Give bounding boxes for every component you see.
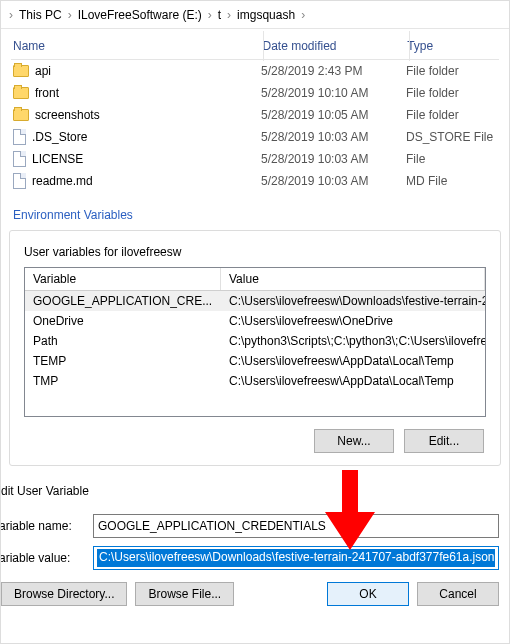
- edit-user-variable-title: dit User Variable: [0, 474, 499, 506]
- chevron-right-icon: ›: [225, 8, 233, 22]
- env-row[interactable]: TEMP C:\Users\ilovefreesw\AppData\Local\…: [25, 351, 485, 371]
- file-icon: [13, 173, 26, 189]
- env-var-cell: OneDrive: [25, 311, 221, 331]
- browse-file-button[interactable]: Browse File...: [135, 582, 234, 606]
- crumb-drive[interactable]: ILoveFreeSoftware (E:): [74, 1, 206, 28]
- file-name: .DS_Store: [32, 130, 87, 144]
- env-val-cell: C:\Users\ilovefreesw\OneDrive: [221, 311, 485, 331]
- env-var-cell: TMP: [25, 371, 221, 391]
- file-date: 5/28/2019 10:03 AM: [261, 130, 406, 144]
- file-row[interactable]: LICENSE 5/28/2019 10:03 AM File: [11, 148, 499, 170]
- edit-user-variable-panel: dit User Variable ariable name: ariable …: [0, 466, 509, 616]
- env-val-cell: C:\Users\ilovefreesw\AppData\Local\Temp: [221, 371, 485, 391]
- folder-icon: [13, 109, 29, 121]
- env-vars-title: Environment Variables: [1, 200, 509, 228]
- env-row[interactable]: OneDrive C:\Users\ilovefreesw\OneDrive: [25, 311, 485, 331]
- env-val-cell: C:\Users\ilovefreesw\Downloads\festive-t…: [221, 291, 485, 311]
- file-date: 5/28/2019 10:03 AM: [261, 174, 406, 188]
- cancel-button[interactable]: Cancel: [417, 582, 499, 606]
- folder-icon: [13, 87, 29, 99]
- file-name: LICENSE: [32, 152, 83, 166]
- env-col-value[interactable]: Value: [221, 268, 485, 290]
- env-edit-button[interactable]: Edit...: [404, 429, 484, 453]
- env-vars-table: Variable Value GOOGLE_APPLICATION_CRE...…: [24, 267, 486, 417]
- env-user-vars-label: User variables for ilovefreesw: [24, 245, 486, 267]
- env-val-cell: C:\Users\ilovefreesw\AppData\Local\Temp: [221, 351, 485, 371]
- env-row[interactable]: TMP C:\Users\ilovefreesw\AppData\Local\T…: [25, 371, 485, 391]
- file-type: File: [406, 152, 496, 166]
- env-new-button[interactable]: New...: [314, 429, 394, 453]
- file-date: 5/28/2019 10:10 AM: [261, 86, 406, 100]
- file-name: api: [35, 64, 51, 78]
- col-header-name[interactable]: Name: [13, 39, 262, 53]
- file-name: readme.md: [32, 174, 93, 188]
- file-row[interactable]: api 5/28/2019 2:43 PM File folder: [11, 60, 499, 82]
- crumb-folder-imgsquash[interactable]: imgsquash: [233, 1, 299, 28]
- file-icon: [13, 129, 26, 145]
- file-type: File folder: [406, 64, 496, 78]
- file-row[interactable]: front 5/28/2019 10:10 AM File folder: [11, 82, 499, 104]
- env-var-cell: TEMP: [25, 351, 221, 371]
- file-name: screenshots: [35, 108, 100, 122]
- file-row[interactable]: readme.md 5/28/2019 10:03 AM MD File: [11, 170, 499, 192]
- variable-value-label: ariable value:: [0, 551, 87, 565]
- file-list: Name Date modified Type api 5/28/2019 2:…: [1, 29, 509, 200]
- ok-button[interactable]: OK: [327, 582, 409, 606]
- env-row[interactable]: Path C:\python3\Scripts\;C:\python3\;C:\…: [25, 331, 485, 351]
- crumb-this-pc[interactable]: This PC: [15, 1, 66, 28]
- browse-directory-button[interactable]: Browse Directory...: [1, 582, 127, 606]
- file-date: 5/28/2019 10:05 AM: [261, 108, 406, 122]
- variable-name-label: ariable name:: [0, 519, 87, 533]
- variable-value-input[interactable]: C:\Users\ilovefreesw\Downloads\festive-t…: [93, 546, 499, 570]
- file-row[interactable]: .DS_Store 5/28/2019 10:03 AM DS_STORE Fi…: [11, 126, 499, 148]
- file-name: front: [35, 86, 59, 100]
- breadcrumb: › This PC › ILoveFreeSoftware (E:) › t ›…: [1, 1, 509, 29]
- crumb-folder-t[interactable]: t: [214, 1, 225, 28]
- chevron-right-icon: ›: [299, 8, 307, 22]
- file-date: 5/28/2019 2:43 PM: [261, 64, 406, 78]
- folder-icon: [13, 65, 29, 77]
- file-icon: [13, 151, 26, 167]
- env-row[interactable]: GOOGLE_APPLICATION_CRE... C:\Users\ilove…: [25, 291, 485, 311]
- file-type: File folder: [406, 108, 496, 122]
- chevron-right-icon: ›: [206, 8, 214, 22]
- file-date: 5/28/2019 10:03 AM: [261, 152, 406, 166]
- env-val-cell: C:\python3\Scripts\;C:\python3\;C:\Users…: [221, 331, 485, 351]
- file-row[interactable]: screenshots 5/28/2019 10:05 AM File fold…: [11, 104, 499, 126]
- chevron-right-icon: ›: [7, 8, 15, 22]
- file-type: DS_STORE File: [406, 130, 496, 144]
- file-type: File folder: [406, 86, 496, 100]
- col-header-type[interactable]: Type: [407, 39, 497, 53]
- file-type: MD File: [406, 174, 496, 188]
- env-var-cell: GOOGLE_APPLICATION_CRE...: [25, 291, 221, 311]
- env-vars-panel: User variables for ilovefreesw Variable …: [9, 230, 501, 466]
- variable-name-input[interactable]: [93, 514, 499, 538]
- col-header-date[interactable]: Date modified: [262, 39, 407, 53]
- env-var-cell: Path: [25, 331, 221, 351]
- chevron-right-icon: ›: [66, 8, 74, 22]
- variable-value-selected-text: C:\Users\ilovefreesw\Downloads\festive-t…: [97, 549, 495, 567]
- env-col-variable[interactable]: Variable: [25, 268, 221, 290]
